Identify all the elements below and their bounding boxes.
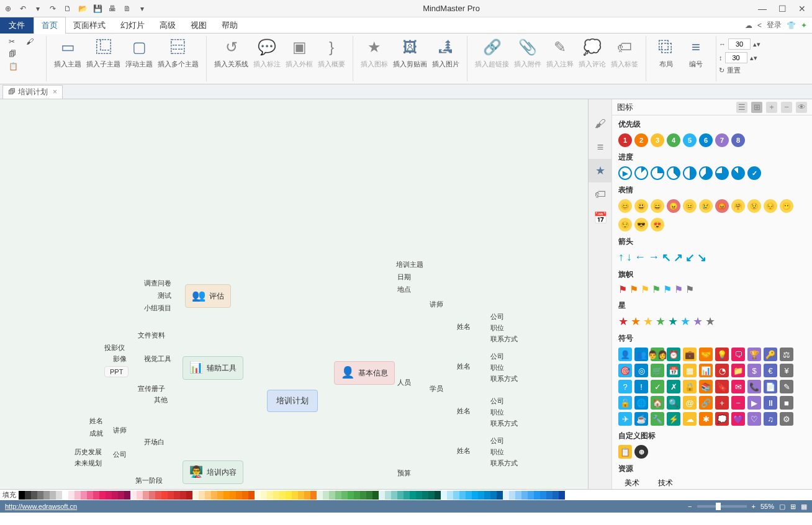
color-swatch[interactable] [509,491,515,500]
menu-pagestyle[interactable]: 页面样式 [66,17,113,34]
emoji-rage[interactable]: 😡 [715,199,729,213]
symbol-43[interactable]: ■ [780,396,793,410]
status-url[interactable]: http://www.edrawsoft.cn [5,503,77,510]
color-swatch[interactable] [199,491,205,500]
color-swatch[interactable] [360,491,366,500]
insert-summary-button[interactable]: }插入概要 [315,36,348,70]
node-budget[interactable]: 预算 [395,468,413,478]
insert-attachment-button[interactable]: 📎插入附件 [512,36,544,70]
node-eval-test[interactable]: 测试 [155,290,174,301]
symbol-0[interactable]: 👤 [618,348,632,361]
node-p4-c[interactable]: 公司 [488,436,507,446]
color-swatch[interactable] [279,491,286,500]
node-p3-t[interactable]: 联系方式 [488,418,520,429]
color-swatch[interactable] [174,491,180,500]
node-p4-p[interactable]: 职位 [488,447,507,457]
color-swatch[interactable] [341,491,348,500]
color-swatch[interactable] [553,491,559,500]
color-swatch[interactable] [37,491,43,500]
color-swatch[interactable] [478,491,484,500]
redo-icon[interactable]: ↷ [47,3,58,14]
tab-list[interactable]: ≡ [589,135,612,159]
reset-button[interactable]: ↻重置 [719,66,760,75]
color-swatch[interactable] [62,491,68,500]
symbol-36[interactable]: 🔍 [667,396,680,410]
node-tools-brochure[interactable]: 宣传册子 [135,384,168,394]
arrow-right[interactable]: → [648,251,659,264]
number-button[interactable]: ≡编号 [681,36,711,70]
progress-4[interactable] [683,166,697,180]
symbol-25[interactable]: ✗ [667,380,680,393]
color-swatch[interactable] [497,491,503,500]
symbol-3[interactable]: ⏰ [667,348,680,361]
view-grid-icon[interactable]: ⊞ [751,102,762,113]
symbol-9[interactable]: 🔑 [764,348,777,361]
node-p4-t[interactable]: 联系方式 [488,458,520,469]
symbol-54[interactable]: ⚙ [780,412,793,426]
view-list-icon[interactable]: ☰ [736,102,747,113]
color-swatch[interactable] [99,491,106,500]
arrow-left[interactable]: ← [634,251,646,264]
arrow-downright[interactable]: ↘ [697,251,706,264]
node-lect-achieve[interactable]: 成就 [87,428,106,439]
symbol-2[interactable]: 👨‍👩 [651,348,664,361]
height-input[interactable] [725,52,747,63]
color-swatch[interactable] [559,491,565,500]
symbol-40[interactable]: − [731,396,745,410]
star-green[interactable]: ★ [656,315,665,328]
minimize-button[interactable]: — [755,2,770,15]
symbol-33[interactable]: 🔓 [618,396,632,410]
custom-1[interactable]: 📋 [618,445,632,459]
flag-green[interactable]: ⚑ [652,284,661,295]
insert-icon-button[interactable]: ★插入图标 [358,36,390,70]
color-swatch[interactable] [372,491,379,500]
format-painter-icon[interactable]: 🖌 [26,37,38,48]
color-swatch[interactable] [490,491,497,500]
node-tools-ppt[interactable]: PPT [104,366,129,377]
copy-icon[interactable]: 🗐 [9,50,21,61]
node-people-lect[interactable]: 讲师 [427,299,446,310]
color-swatch[interactable] [385,491,391,500]
star-yellow[interactable]: ★ [643,315,653,328]
star-teal[interactable]: ★ [668,315,678,328]
zoom-slider[interactable] [697,505,747,508]
emoji-neutral[interactable]: 😐 [683,199,697,213]
arrow-up[interactable]: ↑ [618,251,624,264]
color-swatch[interactable] [236,491,242,500]
zoom-out[interactable]: − [688,503,692,510]
symbol-10[interactable]: ⚖ [780,348,793,361]
flag-purple[interactable]: ⚑ [674,284,683,295]
emoji-sad[interactable]: 😔 [764,199,777,213]
color-swatch[interactable] [19,491,25,500]
zoom-in[interactable]: + [752,503,756,510]
tab-icons[interactable]: ★ [589,159,612,182]
priority-4[interactable]: 4 [667,133,680,147]
priority-3[interactable]: 3 [651,133,664,147]
color-swatch[interactable] [124,491,130,500]
node-basic-date[interactable]: 日期 [395,272,413,282]
emoji-love[interactable]: 😍 [651,218,664,231]
node-people[interactable]: 人员 [395,377,413,388]
color-swatch[interactable] [329,491,335,500]
insert-clipart-button[interactable]: 🖼插入剪贴画 [390,36,430,70]
float-topic-button[interactable]: ▢浮动主题 [123,36,155,70]
symbol-1[interactable]: 👥 [634,348,648,361]
color-swatch[interactable] [354,491,360,500]
node-basic[interactable]: 👤基本信息 [334,361,395,385]
new-icon[interactable]: 🗋 [62,3,73,14]
symbol-14[interactable]: 📅 [667,364,680,377]
menu-view[interactable]: 视图 [183,17,214,34]
symbol-23[interactable]: ! [634,380,648,393]
color-swatch[interactable] [466,491,472,500]
color-swatch[interactable] [528,491,534,500]
node-p1-p[interactable]: 职位 [488,323,507,333]
resource-art[interactable]: 美术 [625,478,639,488]
insert-subtopic-button[interactable]: ⿺插入子主题 [84,36,123,70]
symbol-44[interactable]: ✈ [618,412,632,426]
color-swatch[interactable] [298,491,304,500]
view-remove-icon[interactable]: − [781,102,792,113]
emoji-worried[interactable]: 😟 [747,199,761,213]
color-swatch[interactable] [261,491,267,500]
symbol-15[interactable]: ▦ [683,364,697,377]
view-add-icon[interactable]: + [766,102,777,113]
